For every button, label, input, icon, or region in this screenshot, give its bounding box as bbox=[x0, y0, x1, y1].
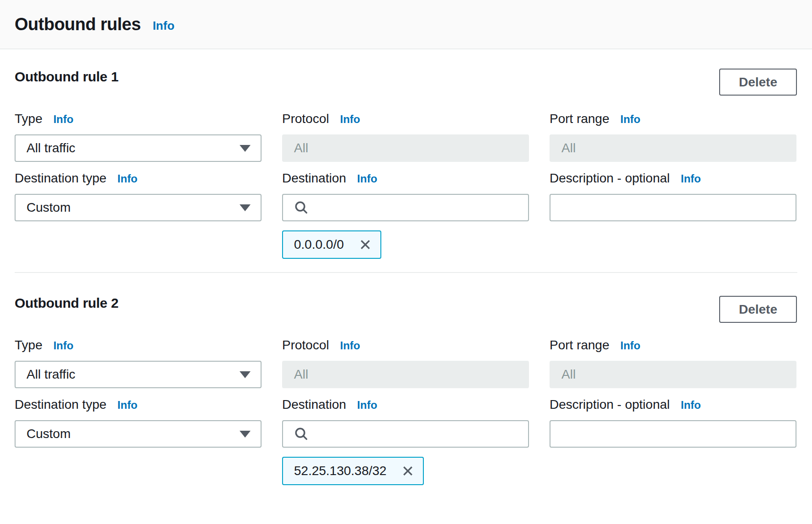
destination-type-label-row: Destination type Info bbox=[15, 396, 262, 414]
type-label-row: Type Info bbox=[15, 110, 262, 128]
destination-type-select[interactable]: Custom bbox=[15, 194, 262, 221]
outbound-rule-2-section: Outbound rule 2 Delete Type Info Protoco… bbox=[0, 273, 812, 485]
port-range-field-disabled: All bbox=[550, 134, 796, 162]
description-field bbox=[550, 194, 796, 221]
type-select[interactable]: All traffic bbox=[15, 361, 262, 388]
cidr-token: 0.0.0.0/0 bbox=[282, 230, 381, 259]
destination-search-input[interactable] bbox=[310, 421, 521, 447]
caret-down-icon bbox=[240, 145, 251, 152]
search-icon bbox=[293, 199, 310, 216]
rule-heading: Outbound rule 1 bbox=[15, 67, 797, 87]
destination-type-select-value: Custom bbox=[27, 427, 70, 441]
port-range-label-row: Port range Info bbox=[550, 336, 796, 355]
description-input[interactable] bbox=[558, 421, 788, 447]
token-dismiss-button[interactable] bbox=[399, 462, 417, 480]
destination-search-input[interactable] bbox=[310, 195, 521, 220]
type-select-value: All traffic bbox=[27, 141, 75, 155]
rule-2-fields-grid: Type Info Protocol Info Port range Info … bbox=[15, 336, 797, 485]
destination-label-row: Destination Info bbox=[282, 396, 529, 414]
destination-token-row: 0.0.0.0/0 bbox=[282, 230, 529, 259]
destination-info-link[interactable]: Info bbox=[357, 396, 377, 414]
page-title: Outbound rules bbox=[15, 15, 141, 34]
port-range-field-disabled: All bbox=[550, 361, 796, 388]
protocol-info-link[interactable]: Info bbox=[340, 110, 360, 128]
description-info-link[interactable]: Info bbox=[681, 396, 701, 414]
type-label: Type bbox=[15, 110, 43, 128]
description-input[interactable] bbox=[558, 195, 788, 220]
destination-type-label: Destination type bbox=[15, 396, 107, 414]
description-label-row: Description - optional Info bbox=[550, 169, 796, 188]
destination-type-label: Destination type bbox=[15, 169, 107, 187]
caret-down-icon bbox=[240, 371, 251, 378]
type-label-row: Type Info bbox=[15, 336, 262, 355]
protocol-label-row: Protocol Info bbox=[282, 336, 529, 355]
cidr-token-label: 52.25.130.38/32 bbox=[294, 464, 386, 478]
description-info-link[interactable]: Info bbox=[681, 170, 701, 188]
port-range-value: All bbox=[561, 367, 576, 382]
rule-heading: Outbound rule 2 bbox=[15, 293, 797, 313]
description-label: Description - optional bbox=[550, 169, 670, 187]
search-icon bbox=[293, 426, 310, 442]
header-info-link[interactable]: Info bbox=[153, 19, 175, 33]
type-select[interactable]: All traffic bbox=[15, 134, 262, 162]
delete-rule-1-button[interactable]: Delete bbox=[719, 69, 797, 96]
port-range-info-link[interactable]: Info bbox=[620, 337, 641, 355]
port-range-value: All bbox=[561, 141, 576, 155]
description-label-row: Description - optional Info bbox=[550, 396, 796, 414]
destination-label: Destination bbox=[282, 169, 346, 187]
caret-down-icon bbox=[240, 204, 251, 211]
protocol-field-disabled: All bbox=[282, 134, 529, 162]
destination-label: Destination bbox=[282, 396, 346, 414]
cidr-token-label: 0.0.0.0/0 bbox=[294, 237, 344, 252]
rule-1-fields-grid: Type Info Protocol Info Port range Info … bbox=[15, 110, 797, 259]
protocol-label-row: Protocol Info bbox=[282, 110, 529, 128]
destination-type-info-link[interactable]: Info bbox=[118, 396, 138, 414]
caret-down-icon bbox=[240, 431, 251, 438]
outbound-rules-header: Outbound rules Info bbox=[0, 0, 812, 49]
close-icon bbox=[358, 238, 372, 251]
destination-type-select-value: Custom bbox=[27, 200, 70, 215]
port-range-label: Port range bbox=[550, 336, 609, 354]
type-label: Type bbox=[15, 336, 43, 354]
type-info-link[interactable]: Info bbox=[53, 110, 74, 128]
delete-rule-2-button[interactable]: Delete bbox=[719, 296, 797, 323]
protocol-value: All bbox=[294, 141, 308, 155]
port-range-label: Port range bbox=[550, 110, 609, 128]
destination-search-field bbox=[282, 194, 529, 221]
type-info-link[interactable]: Info bbox=[53, 337, 74, 355]
destination-type-label-row: Destination type Info bbox=[15, 169, 262, 188]
type-select-value: All traffic bbox=[27, 367, 75, 382]
token-dismiss-button[interactable] bbox=[357, 236, 374, 253]
destination-info-link[interactable]: Info bbox=[357, 170, 377, 188]
port-range-label-row: Port range Info bbox=[550, 110, 796, 128]
protocol-label: Protocol bbox=[282, 336, 329, 354]
destination-search-field bbox=[282, 420, 529, 448]
close-icon bbox=[401, 464, 415, 478]
protocol-info-link[interactable]: Info bbox=[340, 337, 360, 355]
protocol-label: Protocol bbox=[282, 110, 329, 128]
cidr-token: 52.25.130.38/32 bbox=[282, 457, 424, 485]
protocol-field-disabled: All bbox=[282, 361, 529, 388]
destination-type-select[interactable]: Custom bbox=[15, 420, 262, 448]
description-label: Description - optional bbox=[550, 396, 670, 414]
destination-label-row: Destination Info bbox=[282, 169, 529, 188]
protocol-value: All bbox=[294, 367, 308, 382]
outbound-rule-1-section: Outbound rule 1 Delete Type Info Protoco… bbox=[0, 49, 812, 259]
port-range-info-link[interactable]: Info bbox=[620, 110, 641, 128]
destination-token-row: 52.25.130.38/32 bbox=[282, 457, 529, 485]
destination-type-info-link[interactable]: Info bbox=[118, 170, 138, 188]
description-field bbox=[550, 420, 796, 448]
